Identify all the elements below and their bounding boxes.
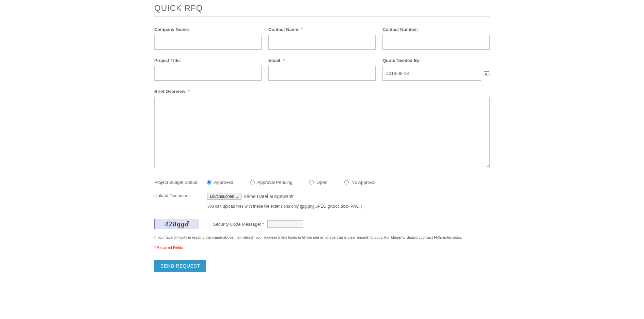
required-mark: *: [188, 89, 190, 94]
quote-needed-by-label: Quote Needed By:: [382, 58, 490, 63]
svg-rect-6: [486, 74, 487, 75]
captcha-image: 428qgd: [154, 219, 199, 229]
upload-label: Upload Document:: [154, 193, 207, 198]
radio-approval-pending[interactable]: Approval Pending: [250, 180, 293, 185]
brief-overview-label: Brief Overview: *: [154, 89, 490, 94]
contact-name-label: Contact Name: *: [268, 27, 376, 32]
upload-hint-text: You can upload files with these file ext…: [207, 204, 362, 209]
budget-status-label: Project Budget Status:: [154, 180, 207, 185]
brief-overview-label-text: Brief Overview:: [154, 89, 187, 94]
contact-number-label: Contact Number:: [382, 27, 490, 32]
company-name-field: Company Name:: [154, 27, 262, 50]
svg-rect-3: [486, 73, 487, 74]
project-title-label: Project Title:: [154, 58, 262, 63]
page-title: QUICK RFQ: [154, 3, 490, 17]
security-code-label: Security Code Message: *: [213, 222, 264, 227]
radio-no-approval-input[interactable]: [344, 180, 349, 185]
quote-needed-by-input[interactable]: [382, 66, 481, 81]
brief-overview-field: Brief Overview: *: [154, 89, 490, 170]
required-mark: *: [262, 222, 264, 227]
project-title-field: Project Title:: [154, 58, 262, 81]
svg-rect-5: [485, 74, 486, 75]
radio-approved-input[interactable]: [207, 180, 211, 185]
brief-overview-textarea[interactable]: [154, 97, 490, 168]
email-label-text: Email:: [268, 58, 282, 63]
radio-approval-pending-label: Approval Pending: [257, 180, 293, 185]
contact-number-field: Contact Number:: [382, 27, 490, 50]
email-label: Email: *: [268, 58, 376, 63]
upload-section: Upload Document: Durchsuchen… Keine Date…: [154, 193, 490, 209]
radio-no-approval[interactable]: No Approval: [344, 180, 376, 185]
required-mark: *: [301, 27, 302, 32]
calendar-icon[interactable]: [484, 70, 489, 76]
svg-rect-2: [485, 73, 486, 74]
form-row-1: Company Name: Contact Name: * Contact Nu…: [154, 27, 490, 50]
upload-right: Durchsuchen… Keine Datei ausgewählt. You…: [207, 193, 362, 209]
contact-name-input[interactable]: [268, 35, 376, 50]
security-code-label-text: Security Code Message:: [213, 222, 261, 227]
file-row: Durchsuchen… Keine Datei ausgewählt.: [207, 193, 362, 200]
radio-approved-label: Approved: [214, 180, 233, 185]
radio-no-approval-label: No Approval: [351, 180, 376, 185]
security-code-input[interactable]: [267, 220, 303, 228]
radio-approval-pending-input[interactable]: [250, 180, 255, 185]
form-container: QUICK RFQ Company Name: Contact Name: * …: [154, 0, 490, 286]
radio-open-input[interactable]: [309, 180, 314, 185]
required-fields-note: * Required Fields: [154, 245, 490, 250]
file-browse-button[interactable]: Durchsuchen…: [207, 193, 241, 200]
company-name-input[interactable]: [154, 35, 262, 50]
file-status-text: Keine Datei ausgewählt.: [244, 194, 295, 199]
contact-name-field: Contact Name: *: [268, 27, 376, 50]
security-code-group: Security Code Message: *: [213, 220, 303, 228]
required-mark: *: [283, 58, 285, 63]
radio-open[interactable]: Open: [309, 180, 327, 185]
svg-rect-1: [484, 71, 489, 72]
radio-open-label: Open: [316, 180, 327, 185]
company-name-label: Company Name:: [154, 27, 262, 32]
email-field: Email: *: [268, 58, 376, 81]
date-row: [382, 66, 490, 81]
contact-name-label-text: Contact Name:: [268, 27, 300, 32]
captcha-row: 428qgd Security Code Message: *: [154, 219, 490, 229]
radio-approved[interactable]: Approved: [207, 180, 233, 185]
contact-number-input[interactable]: [382, 35, 490, 50]
svg-rect-4: [488, 73, 488, 74]
form-row-2: Project Title: Email: * Quote Needed By:: [154, 58, 490, 81]
send-request-button[interactable]: SEND REQUEST: [154, 260, 206, 272]
quote-needed-by-field: Quote Needed By:: [382, 58, 490, 81]
captcha-help-text: If you have difficulty in reading the im…: [154, 235, 490, 239]
project-title-input[interactable]: [154, 66, 262, 81]
budget-status-radio-group: Approved Approval Pending Open No Approv…: [207, 180, 376, 185]
svg-rect-7: [488, 74, 488, 75]
budget-status-row: Project Budget Status: Approved Approval…: [154, 180, 490, 185]
email-input[interactable]: [268, 66, 376, 81]
